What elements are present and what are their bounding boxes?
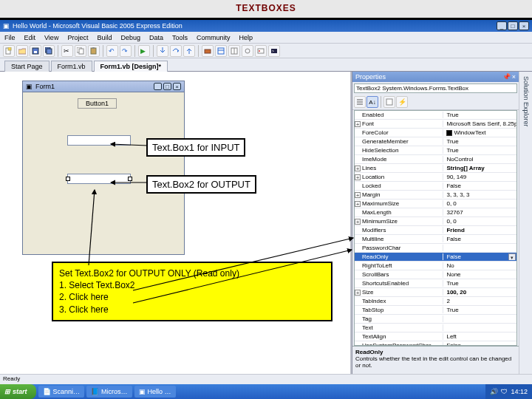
svg-rect-11: [218, 48, 224, 54]
property-row-maxlength[interactable]: MaxLength32767: [355, 208, 516, 217]
menu-build[interactable]: Build: [97, 34, 112, 41]
maximize-button[interactable]: □: [508, 21, 518, 30]
property-row-minimumsize[interactable]: +MinimumSize0, 0: [355, 217, 516, 226]
textbox2-control[interactable]: [67, 174, 131, 184]
property-row-tag[interactable]: Tag: [355, 315, 516, 324]
menu-tools[interactable]: Tools: [172, 34, 188, 41]
expand-icon[interactable]: +: [355, 192, 361, 198]
object-selector[interactable]: TextBox2 System.Windows.Forms.TextBox: [354, 83, 517, 93]
property-name: Multiline: [362, 236, 383, 242]
property-row-size[interactable]: +Size100, 20: [355, 288, 516, 297]
property-row-passwordchar[interactable]: PasswordChar: [355, 244, 516, 253]
property-value: True: [446, 147, 458, 154]
document-tab-0[interactable]: Start Page: [4, 61, 50, 72]
property-row-font[interactable]: +FontMicrosoft Sans Serif, 8.25pt: [355, 120, 516, 129]
property-row-imemode[interactable]: ImeModeNoControl: [355, 155, 516, 164]
property-row-textalign[interactable]: TextAlignLeft: [355, 332, 516, 341]
property-row-righttoleft[interactable]: RightToLeftNo: [355, 262, 516, 270]
property-row-lines[interactable]: +LinesString[] Array: [355, 164, 516, 173]
property-row-text[interactable]: Text: [355, 324, 516, 332]
start-button[interactable]: ⊞ start: [0, 384, 36, 399]
property-row-forecolor[interactable]: ForeColorWindowText: [355, 129, 516, 137]
minimize-button[interactable]: _: [497, 21, 507, 30]
property-row-tabindex[interactable]: TabIndex2: [355, 297, 516, 306]
step-over-button[interactable]: [170, 45, 182, 57]
menu-debug[interactable]: Debug: [120, 34, 140, 41]
property-row-readonly[interactable]: ReadOnlyFalse▾: [355, 253, 516, 262]
step-out-button[interactable]: [183, 45, 195, 57]
property-row-enabled[interactable]: EnabledTrue: [355, 111, 516, 120]
solution-explorer-tab[interactable]: Solution Explorer: [522, 72, 530, 127]
redo-button[interactable]: ↷: [120, 45, 132, 57]
property-row-shortcutsenabled[interactable]: ShortcutsEnabledTrue: [355, 279, 516, 288]
property-row-hideselection[interactable]: HideSelectionTrue: [355, 146, 516, 155]
menu-community[interactable]: Community: [197, 34, 231, 41]
solution-explorer-button[interactable]: [215, 45, 227, 57]
expand-icon[interactable]: +: [355, 201, 361, 207]
error-list-button[interactable]: [255, 45, 267, 57]
designer-surface[interactable]: ▣ Form1 _ □ × Button1 Text.Box1 for INPU…: [0, 72, 352, 374]
panel-pin-icon[interactable]: 📌: [502, 73, 511, 81]
expand-icon[interactable]: +: [355, 290, 361, 296]
expand-icon[interactable]: +: [355, 166, 361, 171]
property-value: 3, 3, 3, 3: [446, 191, 469, 198]
property-row-locked[interactable]: LockedFalse: [355, 182, 516, 191]
property-name: Size: [362, 289, 374, 296]
property-row-generatemember[interactable]: GenerateMemberTrue: [355, 137, 516, 146]
menu-data[interactable]: Data: [149, 34, 163, 41]
toolbox-button[interactable]: [202, 45, 214, 57]
document-tab-2[interactable]: Form1.vb [Design]*: [94, 61, 168, 72]
document-tab-1[interactable]: Form1.vb: [51, 61, 92, 72]
object-browser-button[interactable]: [242, 45, 253, 57]
callout-textbox2: Text.Box2 for OUTPUT: [146, 175, 256, 194]
property-row-tabstop[interactable]: TabStopTrue: [355, 306, 516, 315]
cut-button[interactable]: ✂: [61, 45, 73, 57]
close-button[interactable]: ×: [519, 21, 529, 30]
property-name: Text: [362, 324, 373, 331]
dropdown-icon[interactable]: ▾: [508, 253, 516, 260]
expand-icon[interactable]: +: [355, 219, 361, 225]
property-row-location[interactable]: +Location90, 149: [355, 173, 516, 182]
step-into-button[interactable]: [157, 45, 168, 57]
property-row-maximumsize[interactable]: +MaximumSize0, 0: [355, 200, 516, 208]
menu-help[interactable]: Help: [239, 34, 253, 41]
property-row-multiline[interactable]: MultilineFalse: [355, 235, 516, 244]
menu-edit[interactable]: Edit: [24, 34, 36, 41]
button1-control[interactable]: Button1: [78, 98, 117, 109]
copy-button[interactable]: [75, 45, 86, 57]
property-row-margin[interactable]: +Margin3, 3, 3, 3: [355, 191, 516, 200]
property-grid[interactable]: EnabledTrue+FontMicrosoft Sans Serif, 8.…: [354, 110, 517, 346]
property-row-modifiers[interactable]: ModifiersFriend: [355, 226, 516, 235]
start-debug-button[interactable]: ▶: [138, 45, 150, 57]
note-item-3: 3. Click here: [59, 304, 325, 316]
system-tray: 🔊 🛡 14:12: [485, 384, 532, 399]
menu-project[interactable]: Project: [67, 34, 88, 41]
properties-window-button[interactable]: [228, 45, 240, 57]
property-pages-button[interactable]: [383, 96, 395, 108]
tray-icon[interactable]: 🛡: [501, 388, 508, 395]
save-all-button[interactable]: [43, 45, 55, 57]
categorized-button[interactable]: [354, 96, 366, 108]
property-name: Location: [362, 174, 384, 180]
new-project-button[interactable]: [3, 45, 15, 57]
panel-close-icon[interactable]: ×: [512, 73, 516, 81]
tray-icon[interactable]: 🔊: [490, 388, 498, 395]
taskbar-item-1[interactable]: 📘Micros…: [86, 386, 132, 398]
app-icon: ▣: [3, 22, 10, 30]
events-button[interactable]: ⚡: [396, 96, 408, 108]
save-button[interactable]: [30, 45, 41, 57]
form-designer[interactable]: ▣ Form1 _ □ × Button1: [22, 81, 185, 255]
expand-icon[interactable]: +: [355, 121, 361, 127]
undo-button[interactable]: ↶: [106, 45, 118, 57]
taskbar-item-2[interactable]: ▣Hello …: [134, 386, 176, 398]
alphabetical-button[interactable]: A↓: [366, 96, 378, 108]
taskbar-item-0[interactable]: 📄Scanni…: [38, 386, 85, 398]
textbox1-control[interactable]: [67, 135, 131, 146]
property-row-scrollbars[interactable]: ScrollBarsNone: [355, 270, 516, 279]
immediate-window-button[interactable]: >: [268, 45, 280, 57]
paste-button[interactable]: [88, 45, 100, 57]
menu-view[interactable]: View: [44, 34, 58, 41]
open-button[interactable]: [16, 45, 28, 57]
expand-icon[interactable]: +: [355, 174, 361, 180]
menu-file[interactable]: File: [4, 34, 16, 41]
